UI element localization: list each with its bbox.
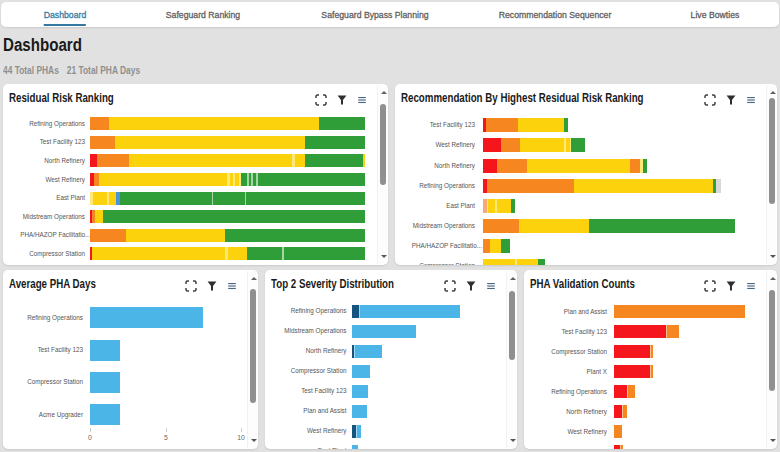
bar-segment-yellow[interactable]: [92, 247, 225, 260]
bar-residual-risk-ranking-1[interactable]: [90, 136, 365, 149]
bar-pha-validation-counts-6[interactable]: [614, 425, 622, 438]
bar-segment-yellow[interactable]: [519, 219, 590, 233]
bar-segment-green[interactable]: [501, 239, 510, 253]
bar-segment-orange[interactable]: [90, 229, 126, 242]
bar-segment-orange[interactable]: [650, 365, 653, 378]
bar-segment-red[interactable]: [483, 138, 501, 152]
bar-segment-skyblue[interactable]: [354, 345, 382, 358]
bar-segment-skyblue[interactable]: [90, 307, 203, 328]
bar-recommendation-by-highest-residual-risk-ranking-4[interactable]: [483, 199, 516, 213]
bar-segment-green[interactable]: [305, 154, 364, 167]
bar-segment-red[interactable]: [614, 385, 627, 398]
bar-residual-risk-ranking-5[interactable]: [90, 210, 365, 223]
bar-segment-orange[interactable]: [650, 345, 653, 358]
bar-segment-orange[interactable]: [630, 159, 641, 173]
bar-segment-gray[interactable]: [716, 179, 721, 193]
scroll-thumb[interactable]: [250, 289, 256, 403]
bar-segment-skyblue[interactable]: [356, 425, 361, 438]
scroll-up-arrow[interactable]: [510, 277, 516, 280]
bar-segment-orange[interactable]: [627, 385, 636, 398]
bar-segment-green[interactable]: [511, 199, 515, 213]
bar-top-2-severity-distribution-5[interactable]: [352, 405, 367, 418]
panel-scrollbar[interactable]: [247, 271, 257, 448]
bar-segment-yellow[interactable]: [93, 192, 107, 205]
bar-segment-skyblue[interactable]: [352, 445, 358, 449]
bar-pha-validation-counts-3[interactable]: [614, 365, 653, 378]
bar-segment-red[interactable]: [614, 325, 666, 338]
bar-recommendation-by-highest-residual-risk-ranking-6[interactable]: [483, 239, 510, 253]
bar-segment-skyblue[interactable]: [352, 385, 368, 398]
bar-segment-yellow[interactable]: [518, 118, 564, 132]
bar-segment-orange[interactable]: [483, 239, 490, 253]
bar-segment-yellow[interactable]: [99, 173, 227, 186]
scroll-thumb[interactable]: [769, 98, 775, 204]
tab-dashboard[interactable]: Dashboard: [42, 2, 88, 27]
tab-live-bowties[interactable]: Live Bowties: [688, 2, 741, 27]
bar-pha-validation-counts-4[interactable]: [614, 385, 635, 398]
bar-segment-orange[interactable]: [97, 154, 129, 167]
bar-segment-skyblue[interactable]: [352, 325, 416, 338]
panel-scrollbar[interactable]: [766, 271, 776, 448]
bar-segment-yellow[interactable]: [363, 154, 365, 167]
bar-segment-green[interactable]: [103, 210, 365, 223]
bar-recommendation-by-highest-residual-risk-ranking-3[interactable]: [483, 179, 721, 193]
bar-segment-yellow[interactable]: [109, 117, 320, 130]
bar-segment-skyblue[interactable]: [352, 365, 370, 378]
bar-segment-orange[interactable]: [666, 325, 679, 338]
bar-segment-skyblue[interactable]: [90, 372, 120, 393]
panel-scrollbar[interactable]: [506, 271, 516, 448]
bar-segment-yellow[interactable]: [95, 210, 103, 223]
bar-segment-green[interactable]: [120, 192, 212, 205]
bar-segment-yellow[interactable]: [574, 179, 713, 193]
bar-segment-green[interactable]: [305, 136, 365, 149]
bar-average-pha-days-2[interactable]: [90, 372, 120, 393]
bar-segment-orange[interactable]: [501, 138, 521, 152]
bar-pha-validation-counts-5[interactable]: [614, 405, 627, 418]
bar-segment-yellow[interactable]: [126, 229, 225, 242]
bar-pha-validation-counts-7[interactable]: [614, 445, 623, 449]
bar-residual-risk-ranking-2[interactable]: [90, 154, 365, 167]
bar-segment-yellow[interactable]: [129, 154, 292, 167]
tab-safeguard-ranking[interactable]: Safeguard Ranking: [162, 2, 243, 27]
bar-segment-navy[interactable]: [352, 305, 359, 318]
bar-segment-red[interactable]: [614, 345, 650, 358]
bar-average-pha-days-1[interactable]: [90, 340, 120, 361]
bar-segment-yellow[interactable]: [109, 192, 117, 205]
bar-segment-green[interactable]: [589, 219, 735, 233]
bar-segment-red[interactable]: [614, 365, 650, 378]
scroll-down-arrow[interactable]: [770, 439, 776, 442]
bar-top-2-severity-distribution-7[interactable]: [352, 445, 358, 449]
panel-scrollbar[interactable]: [766, 85, 776, 264]
bar-segment-green[interactable]: [564, 118, 569, 132]
bar-segment-orange[interactable]: [90, 136, 115, 149]
bar-segment-green[interactable]: [643, 159, 648, 173]
bar-segment-orange[interactable]: [622, 405, 627, 418]
bar-recommendation-by-highest-residual-risk-ranking-1[interactable]: [483, 138, 585, 152]
bar-segment-yellow[interactable]: [295, 154, 305, 167]
bar-segment-yellow[interactable]: [517, 259, 538, 265]
bar-segment-yellow[interactable]: [115, 136, 306, 149]
scroll-thumb[interactable]: [509, 291, 515, 360]
bar-residual-risk-ranking-7[interactable]: [90, 247, 365, 260]
bar-segment-orange[interactable]: [614, 305, 745, 318]
bar-recommendation-by-highest-residual-risk-ranking-2[interactable]: [483, 159, 648, 173]
bar-segment-green[interactable]: [258, 173, 365, 186]
bar-segment-orange[interactable]: [483, 219, 519, 233]
bar-top-2-severity-distribution-0[interactable]: [352, 305, 460, 318]
bar-segment-green[interactable]: [284, 247, 366, 260]
scroll-thumb[interactable]: [769, 290, 775, 391]
panel-scrollbar[interactable]: [377, 85, 387, 264]
bar-residual-risk-ranking-0[interactable]: [90, 117, 365, 130]
bar-average-pha-days-0[interactable]: [90, 307, 203, 328]
bar-segment-yellow[interactable]: [527, 159, 630, 173]
bar-recommendation-by-highest-residual-risk-ranking-7[interactable]: [483, 259, 545, 265]
bar-top-2-severity-distribution-6[interactable]: [352, 425, 361, 438]
bar-segment-yellow[interactable]: [483, 259, 515, 265]
scroll-down-arrow[interactable]: [251, 439, 257, 442]
scroll-up-arrow[interactable]: [770, 91, 776, 94]
bar-residual-risk-ranking-4[interactable]: [90, 192, 365, 205]
bar-segment-yellow[interactable]: [490, 239, 501, 253]
scroll-thumb[interactable]: [380, 104, 386, 185]
bar-segment-orange[interactable]: [90, 117, 109, 130]
bar-segment-yellow[interactable]: [520, 138, 564, 152]
